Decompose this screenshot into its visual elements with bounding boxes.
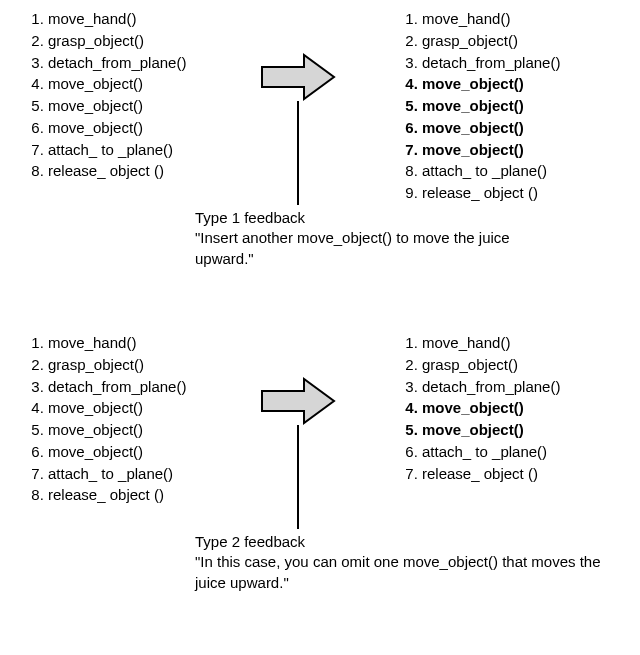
right-list: move_hand()grasp_object()detach_from_pla… [384, 332, 560, 484]
caption-title: Type 2 feedback [195, 532, 635, 552]
list-item: grasp_object() [422, 354, 560, 376]
example-2: move_hand()grasp_object()detach_from_pla… [0, 310, 640, 650]
list-item: grasp_object() [48, 30, 186, 52]
caption-body: "Insert another move_object() to move th… [195, 228, 555, 269]
list-item: release_ object () [48, 160, 186, 182]
list-item: move_object() [422, 397, 560, 419]
list-item: move_object() [422, 117, 560, 139]
feedback-caption: Type 1 feedback"Insert another move_obje… [195, 208, 555, 269]
right-list: move_hand()grasp_object()detach_from_pla… [384, 8, 560, 204]
list-item: detach_from_plane() [48, 376, 186, 398]
connector-line [297, 101, 299, 205]
left-list: move_hand()grasp_object()detach_from_pla… [10, 332, 186, 506]
list-item: attach_ to _plane() [48, 463, 186, 485]
list-item: detach_from_plane() [422, 52, 560, 74]
list-item: release_ object () [48, 484, 186, 506]
list-item: move_hand() [48, 332, 186, 354]
arrow-icon [260, 377, 336, 425]
list-item: detach_from_plane() [48, 52, 186, 74]
list-item: move_object() [48, 95, 186, 117]
list-item: move_object() [422, 95, 560, 117]
left-list: move_hand()grasp_object()detach_from_pla… [10, 8, 186, 182]
list-item: move_object() [48, 441, 186, 463]
arrow-block [218, 53, 378, 205]
list-item: move_object() [422, 139, 560, 161]
connector-line [297, 425, 299, 529]
right-column: move_hand()grasp_object()detach_from_pla… [384, 332, 560, 484]
list-item: move_object() [48, 73, 186, 95]
list-item: grasp_object() [422, 30, 560, 52]
list-item: move_hand() [422, 8, 560, 30]
list-item: detach_from_plane() [422, 376, 560, 398]
feedback-caption: Type 2 feedback"In this case, you can om… [195, 532, 635, 593]
list-item: release_ object () [422, 463, 560, 485]
list-item: move_object() [422, 73, 560, 95]
list-item: move_hand() [422, 332, 560, 354]
list-item: move_object() [48, 397, 186, 419]
list-item: move_object() [48, 117, 186, 139]
list-item: attach_ to _plane() [422, 160, 560, 182]
list-item: attach_ to _plane() [422, 441, 560, 463]
left-column: move_hand()grasp_object()detach_from_pla… [10, 332, 186, 506]
example-1: move_hand()grasp_object()detach_from_pla… [0, 0, 640, 310]
arrow-icon [260, 53, 336, 101]
list-item: move_hand() [48, 8, 186, 30]
arrow-block [218, 377, 378, 529]
left-column: move_hand()grasp_object()detach_from_pla… [10, 8, 186, 182]
list-item: attach_ to _plane() [48, 139, 186, 161]
right-column: move_hand()grasp_object()detach_from_pla… [384, 8, 560, 204]
list-item: grasp_object() [48, 354, 186, 376]
list-item: move_object() [48, 419, 186, 441]
caption-title: Type 1 feedback [195, 208, 555, 228]
caption-body: "In this case, you can omit one move_obj… [195, 552, 635, 593]
list-item: release_ object () [422, 182, 560, 204]
list-item: move_object() [422, 419, 560, 441]
